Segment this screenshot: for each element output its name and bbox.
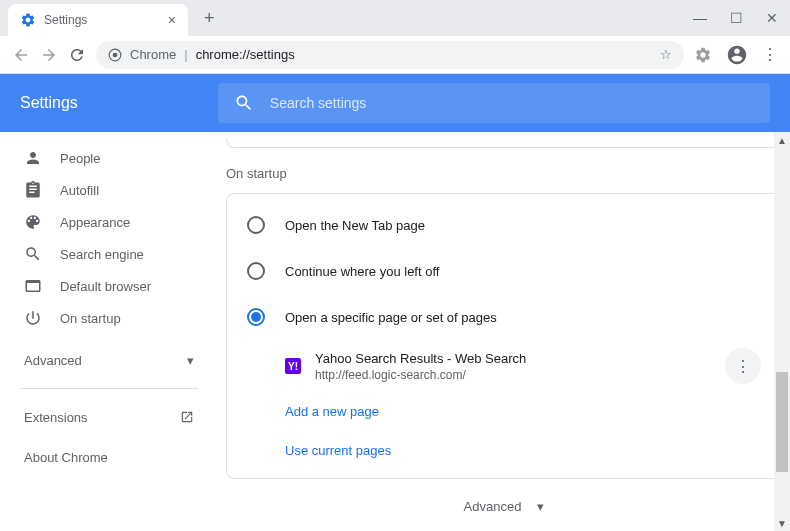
vertical-scrollbar[interactable]: ▲ ▼: [774, 132, 790, 531]
scroll-down-arrow[interactable]: ▼: [774, 515, 790, 531]
sidebar-item-label: Appearance: [60, 215, 130, 230]
scroll-up-arrow[interactable]: ▲: [774, 132, 790, 148]
back-button[interactable]: [12, 46, 30, 64]
advanced-footer-toggle[interactable]: Advanced ▾: [218, 499, 790, 514]
palette-icon: [24, 213, 42, 231]
sidebar-item-people[interactable]: People: [0, 142, 218, 174]
url-input[interactable]: Chrome | chrome://settings ☆: [96, 41, 684, 69]
radio-continue[interactable]: Continue where you left off: [227, 248, 781, 294]
chevron-down-icon: ▾: [537, 499, 544, 514]
section-title: On startup: [226, 166, 782, 181]
person-icon: [24, 149, 42, 167]
page-entry-url: http://feed.logic-search.com/: [315, 368, 711, 382]
sidebar-item-search-engine[interactable]: Search engine: [0, 238, 218, 270]
search-settings-input[interactable]: [270, 95, 754, 111]
sidebar: People Autofill Appearance Search engine…: [0, 132, 218, 531]
radio-label: Open the New Tab page: [285, 218, 425, 233]
radio-icon: [247, 308, 265, 326]
sidebar-item-on-startup[interactable]: On startup: [0, 302, 218, 334]
page-entry-title: Yahoo Search Results - Web Search: [315, 351, 711, 366]
advanced-footer-label: Advanced: [464, 499, 522, 514]
sidebar-advanced-toggle[interactable]: Advanced ▾: [0, 340, 218, 380]
sidebar-extensions-label: Extensions: [24, 410, 88, 425]
menu-button[interactable]: ⋮: [762, 45, 778, 64]
add-page-link[interactable]: Add a new page: [227, 392, 781, 431]
browser-tab[interactable]: Settings ×: [8, 4, 188, 36]
startup-card: Open the New Tab page Continue where you…: [226, 193, 782, 479]
radio-icon: [247, 262, 265, 280]
url-path: chrome://settings: [196, 47, 295, 62]
close-window-button[interactable]: ✕: [762, 10, 782, 26]
sidebar-divider: [20, 388, 198, 389]
gear-icon[interactable]: [694, 46, 712, 64]
tab-title: Settings: [44, 13, 87, 27]
account-icon[interactable]: [726, 44, 748, 66]
bookmark-star-icon[interactable]: ☆: [660, 47, 672, 62]
sidebar-item-label: On startup: [60, 311, 121, 326]
reload-button[interactable]: [68, 46, 86, 64]
radio-label: Continue where you left off: [285, 264, 439, 279]
sidebar-item-label: People: [60, 151, 100, 166]
titlebar: Settings × + — ☐ ✕: [0, 0, 790, 36]
content-area: People Autofill Appearance Search engine…: [0, 132, 790, 531]
url-protocol: Chrome: [130, 47, 176, 62]
sidebar-item-appearance[interactable]: Appearance: [0, 206, 218, 238]
chevron-down-icon: ▾: [187, 353, 194, 368]
radio-label: Open a specific page or set of pages: [285, 310, 497, 325]
search-icon: [234, 93, 254, 113]
gear-icon: [20, 12, 36, 28]
forward-button[interactable]: [40, 46, 58, 64]
external-link-icon: [180, 410, 194, 424]
previous-card-bottom: [226, 138, 782, 148]
sidebar-about-chrome[interactable]: About Chrome: [0, 437, 218, 477]
sidebar-item-label: Autofill: [60, 183, 99, 198]
toolbar-icons: ⋮: [694, 44, 778, 66]
minimize-button[interactable]: —: [690, 10, 710, 26]
search-settings-box[interactable]: [218, 83, 770, 123]
new-tab-button[interactable]: +: [196, 8, 223, 29]
favicon: Y!: [285, 358, 301, 374]
sidebar-item-label: Search engine: [60, 247, 144, 262]
window-controls: — ☐ ✕: [690, 0, 782, 36]
sidebar-extensions[interactable]: Extensions: [0, 397, 218, 437]
browser-icon: [24, 277, 42, 295]
sidebar-item-default-browser[interactable]: Default browser: [0, 270, 218, 302]
startup-page-row: Y! Yahoo Search Results - Web Search htt…: [227, 340, 781, 392]
clipboard-icon: [24, 181, 42, 199]
radio-new-tab-page[interactable]: Open the New Tab page: [227, 202, 781, 248]
sidebar-about-label: About Chrome: [24, 450, 108, 465]
search-icon: [24, 245, 42, 263]
sidebar-item-autofill[interactable]: Autofill: [0, 174, 218, 206]
info-icon: [108, 48, 122, 62]
sidebar-item-label: Default browser: [60, 279, 151, 294]
page-entry-menu-button[interactable]: ⋮: [725, 348, 761, 384]
maximize-button[interactable]: ☐: [726, 10, 746, 26]
close-icon[interactable]: ×: [168, 12, 176, 28]
addressbar: Chrome | chrome://settings ☆ ⋮: [0, 36, 790, 74]
scroll-thumb[interactable]: [776, 372, 788, 472]
main-panel: On startup Open the New Tab page Continu…: [218, 132, 790, 531]
use-current-pages-link[interactable]: Use current pages: [227, 431, 781, 470]
radio-specific-pages[interactable]: Open a specific page or set of pages: [227, 294, 781, 340]
url-separator: |: [184, 47, 187, 62]
sidebar-advanced-label: Advanced: [24, 353, 82, 368]
power-icon: [24, 309, 42, 327]
page-title: Settings: [20, 94, 78, 112]
settings-header: Settings: [0, 74, 790, 132]
radio-icon: [247, 216, 265, 234]
svg-point-1: [113, 52, 118, 57]
